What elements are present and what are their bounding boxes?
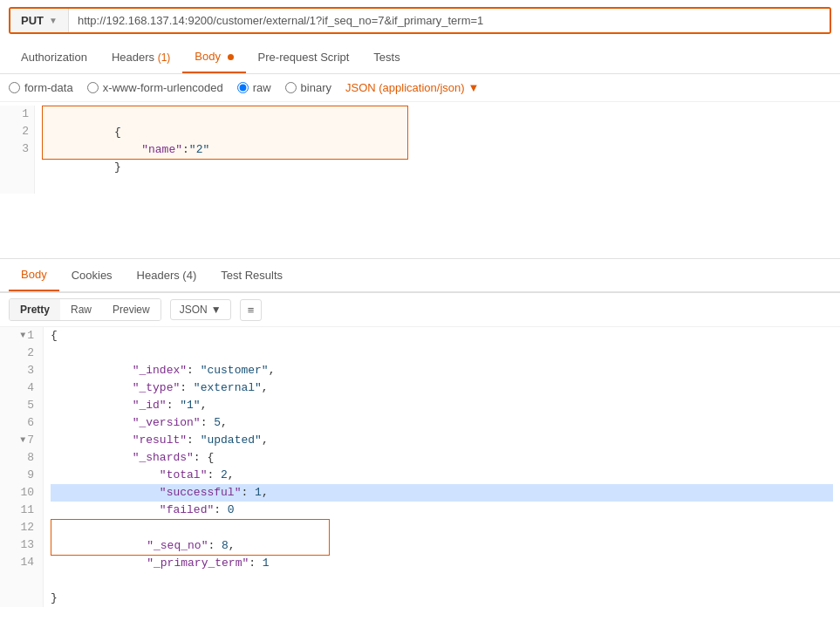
tab-tests-label: Tests — [373, 51, 400, 64]
line-num-2: 2 — [5, 123, 29, 140]
tab-pre-request-label: Pre-request Script — [258, 51, 350, 64]
response-tab-body[interactable]: Body — [9, 259, 59, 291]
response-format-group: Pretty Raw Preview — [9, 298, 161, 321]
line-num-3: 3 — [5, 140, 29, 158]
resp-lnum-11: 11 — [5, 502, 38, 519]
response-body-label: Body — [21, 268, 47, 281]
request-code-area[interactable]: 1 2 3 { "name":"2" } — [0, 102, 840, 197]
resp-line-14: } — [51, 590, 833, 607]
binary-label: binary — [301, 81, 331, 94]
resp-lnum-1: ▼1 — [5, 327, 38, 345]
request-line-numbers: 1 2 3 — [0, 106, 35, 194]
method-label: PUT — [21, 14, 44, 27]
body-dot-indicator — [228, 54, 234, 60]
resp-lnum-13: 13 — [5, 536, 38, 554]
resp-lnum-14: 14 — [5, 554, 38, 571]
url-input[interactable] — [69, 9, 830, 32]
raw-label: raw — [253, 81, 271, 94]
response-tab-cookies[interactable]: Cookies — [59, 260, 125, 290]
raw-btn[interactable]: Raw — [60, 299, 102, 320]
urlencoded-label: x-www-form-urlencoded — [103, 81, 223, 94]
tab-headers-label: Headers — [112, 51, 154, 64]
preview-btn[interactable]: Preview — [102, 299, 160, 320]
json-type-label: JSON (application/json) — [345, 81, 465, 94]
response-code-area: ▼1 2 3 4 5 6 ▼7 8 9 10 11 12 13 14 { "_i… — [0, 327, 840, 607]
resp-lnum-5: 5 — [5, 397, 38, 414]
request-line-1: { — [46, 106, 404, 124]
body-format-row: form-data x-www-form-urlencoded raw bina… — [0, 74, 840, 102]
format-raw[interactable]: raw — [237, 81, 271, 94]
response-tab-test-results[interactable]: Test Results — [208, 260, 295, 290]
resp-lnum-2: 2 — [5, 345, 38, 362]
tab-tests[interactable]: Tests — [361, 42, 412, 72]
response-type-label: JSON — [180, 304, 208, 316]
url-bar: PUT ▼ — [9, 7, 831, 34]
response-headers-label: Headers (4) — [137, 269, 197, 282]
resp-lnum-3: 3 — [5, 362, 38, 379]
collapse-icon-7[interactable]: ▼ — [20, 432, 25, 449]
resp-lnum-7: ▼7 — [5, 432, 38, 449]
method-selector[interactable]: PUT ▼ — [10, 9, 69, 32]
wrap-btn[interactable]: ≡ — [240, 299, 263, 321]
pretty-btn[interactable]: Pretty — [10, 299, 60, 320]
tab-authorization[interactable]: Authorization — [9, 42, 99, 72]
wrap-icon: ≡ — [248, 304, 255, 317]
response-type-selector[interactable]: JSON ▼ — [170, 299, 231, 320]
tab-headers[interactable]: Headers (1) — [99, 42, 182, 72]
collapse-icon-1[interactable]: ▼ — [20, 327, 25, 345]
request-code-lines[interactable]: { "name":"2" } — [35, 106, 840, 194]
tab-body-label: Body — [195, 50, 221, 63]
resp-line-12: "_seq_no": 8, — [51, 520, 329, 537]
resp-lnum-12: 12 — [5, 519, 38, 536]
chevron-down-icon: ▼ — [49, 16, 58, 25]
line-num-1: 1 — [5, 106, 29, 123]
tab-authorization-label: Authorization — [21, 51, 87, 64]
format-form-data[interactable]: form-data — [9, 81, 73, 94]
tab-body[interactable]: Body — [182, 41, 245, 73]
response-type-chevron-icon: ▼ — [211, 304, 222, 316]
resp-lnum-8: 8 — [5, 449, 38, 467]
response-tabs: Body Cookies Headers (4) Test Results — [0, 259, 840, 293]
resp-line-2: "_index": "customer", — [51, 345, 833, 362]
format-binary[interactable]: binary — [285, 81, 331, 94]
headers-badge: (1) — [158, 51, 171, 64]
request-body-editor: 1 2 3 { "name":"2" } — [0, 102, 840, 259]
request-tabs: Authorization Headers (1) Body Pre-reque… — [0, 41, 840, 74]
format-urlencoded[interactable]: x-www-form-urlencoded — [87, 81, 223, 94]
form-data-label: form-data — [24, 81, 73, 94]
tab-pre-request[interactable]: Pre-request Script — [246, 42, 362, 72]
json-type-chevron-icon: ▼ — [468, 81, 480, 94]
json-type-selector[interactable]: JSON (application/json) ▼ — [345, 81, 479, 94]
resp-lnum-4: 4 — [5, 379, 38, 397]
resp-lnum-6: 6 — [5, 414, 38, 432]
response-tab-headers[interactable]: Headers (4) — [125, 260, 209, 290]
response-format-bar: Pretty Raw Preview JSON ▼ ≡ — [0, 293, 840, 327]
response-section: Body Cookies Headers (4) Test Results Pr… — [0, 259, 840, 607]
resp-line-1: { — [51, 327, 833, 345]
response-line-numbers: ▼1 2 3 4 5 6 ▼7 8 9 10 11 12 13 14 — [0, 327, 44, 607]
response-test-results-label: Test Results — [221, 269, 283, 282]
resp-lnum-10: 10 — [5, 484, 38, 502]
response-code-lines: { "_index": "customer", "_type": "extern… — [44, 327, 840, 607]
response-cookies-label: Cookies — [72, 269, 113, 282]
resp-lnum-9: 9 — [5, 467, 38, 484]
